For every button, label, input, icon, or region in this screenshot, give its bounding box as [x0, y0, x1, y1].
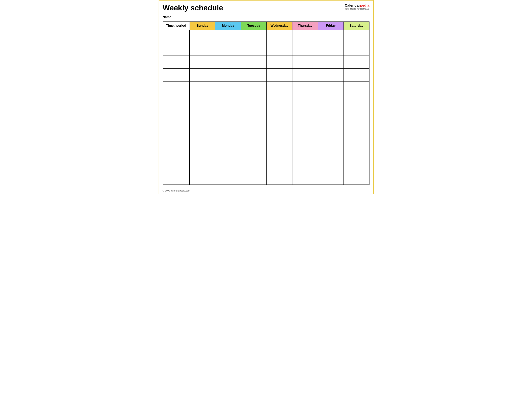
- brand-logo: Calendarpedia Your source for calendars: [345, 3, 369, 11]
- schedule-cell[interactable]: [190, 107, 215, 120]
- time-cell[interactable]: [163, 133, 190, 146]
- schedule-cell[interactable]: [344, 81, 369, 94]
- schedule-cell[interactable]: [318, 146, 344, 159]
- schedule-cell[interactable]: [267, 56, 292, 69]
- schedule-cell[interactable]: [344, 69, 369, 81]
- schedule-cell[interactable]: [292, 172, 318, 185]
- schedule-cell[interactable]: [267, 69, 292, 81]
- schedule-cell[interactable]: [344, 133, 369, 146]
- schedule-cell[interactable]: [292, 120, 318, 133]
- schedule-cell[interactable]: [190, 81, 215, 94]
- schedule-cell[interactable]: [241, 172, 267, 185]
- time-cell[interactable]: [163, 159, 190, 172]
- schedule-cell[interactable]: [241, 69, 267, 81]
- schedule-cell[interactable]: [215, 94, 241, 107]
- schedule-cell[interactable]: [215, 172, 241, 185]
- schedule-cell[interactable]: [292, 69, 318, 81]
- time-cell[interactable]: [163, 69, 190, 81]
- header-wednesday: Wednesday: [267, 22, 292, 30]
- schedule-cell[interactable]: [292, 146, 318, 159]
- schedule-cell[interactable]: [318, 69, 344, 81]
- schedule-cell[interactable]: [241, 81, 267, 94]
- schedule-cell[interactable]: [292, 43, 318, 56]
- time-cell[interactable]: [163, 30, 190, 43]
- schedule-cell[interactable]: [267, 30, 292, 43]
- schedule-cell[interactable]: [292, 159, 318, 172]
- schedule-cell[interactable]: [190, 94, 215, 107]
- time-cell[interactable]: [163, 94, 190, 107]
- schedule-cell[interactable]: [318, 133, 344, 146]
- schedule-cell[interactable]: [190, 69, 215, 81]
- footer: © www.calendarpedia.com: [159, 188, 373, 194]
- schedule-cell[interactable]: [318, 172, 344, 185]
- schedule-cell[interactable]: [318, 30, 344, 43]
- schedule-cell[interactable]: [215, 81, 241, 94]
- schedule-cell[interactable]: [292, 30, 318, 43]
- schedule-cell[interactable]: [267, 133, 292, 146]
- schedule-cell[interactable]: [241, 133, 267, 146]
- schedule-cell[interactable]: [241, 120, 267, 133]
- schedule-cell[interactable]: [241, 43, 267, 56]
- schedule-cell[interactable]: [267, 43, 292, 56]
- schedule-cell[interactable]: [267, 146, 292, 159]
- schedule-cell[interactable]: [267, 94, 292, 107]
- schedule-cell[interactable]: [190, 30, 215, 43]
- schedule-cell[interactable]: [292, 81, 318, 94]
- time-cell[interactable]: [163, 172, 190, 185]
- schedule-cell[interactable]: [241, 159, 267, 172]
- schedule-cell[interactable]: [190, 146, 215, 159]
- schedule-cell[interactable]: [215, 43, 241, 56]
- schedule-cell[interactable]: [318, 107, 344, 120]
- table-row: [163, 56, 369, 69]
- schedule-cell[interactable]: [241, 30, 267, 43]
- schedule-cell[interactable]: [267, 159, 292, 172]
- schedule-cell[interactable]: [344, 107, 369, 120]
- schedule-cell[interactable]: [318, 43, 344, 56]
- schedule-cell[interactable]: [344, 120, 369, 133]
- schedule-cell[interactable]: [344, 159, 369, 172]
- schedule-cell[interactable]: [215, 146, 241, 159]
- schedule-cell[interactable]: [190, 133, 215, 146]
- time-cell[interactable]: [163, 81, 190, 94]
- schedule-cell[interactable]: [318, 56, 344, 69]
- schedule-cell[interactable]: [318, 81, 344, 94]
- schedule-cell[interactable]: [344, 146, 369, 159]
- schedule-cell[interactable]: [215, 107, 241, 120]
- schedule-cell[interactable]: [241, 146, 267, 159]
- time-cell[interactable]: [163, 146, 190, 159]
- schedule-cell[interactable]: [241, 56, 267, 69]
- schedule-cell[interactable]: [241, 107, 267, 120]
- time-cell[interactable]: [163, 56, 190, 69]
- schedule-cell[interactable]: [318, 159, 344, 172]
- schedule-cell[interactable]: [190, 172, 215, 185]
- schedule-cell[interactable]: [292, 56, 318, 69]
- schedule-cell[interactable]: [190, 43, 215, 56]
- schedule-cell[interactable]: [267, 172, 292, 185]
- schedule-cell[interactable]: [344, 43, 369, 56]
- schedule-cell[interactable]: [292, 94, 318, 107]
- schedule-cell[interactable]: [292, 107, 318, 120]
- schedule-cell[interactable]: [267, 120, 292, 133]
- schedule-cell[interactable]: [344, 172, 369, 185]
- schedule-cell[interactable]: [344, 30, 369, 43]
- schedule-cell[interactable]: [215, 133, 241, 146]
- schedule-cell[interactable]: [190, 159, 215, 172]
- schedule-cell[interactable]: [318, 120, 344, 133]
- time-cell[interactable]: [163, 43, 190, 56]
- schedule-cell[interactable]: [292, 133, 318, 146]
- schedule-cell[interactable]: [267, 107, 292, 120]
- schedule-cell[interactable]: [190, 56, 215, 69]
- schedule-cell[interactable]: [215, 159, 241, 172]
- schedule-cell[interactable]: [215, 56, 241, 69]
- schedule-cell[interactable]: [215, 120, 241, 133]
- schedule-cell[interactable]: [344, 94, 369, 107]
- time-cell[interactable]: [163, 107, 190, 120]
- schedule-cell[interactable]: [215, 30, 241, 43]
- schedule-cell[interactable]: [344, 56, 369, 69]
- schedule-cell[interactable]: [215, 69, 241, 81]
- time-cell[interactable]: [163, 120, 190, 133]
- schedule-cell[interactable]: [241, 94, 267, 107]
- schedule-cell[interactable]: [318, 94, 344, 107]
- schedule-cell[interactable]: [267, 81, 292, 94]
- schedule-cell[interactable]: [190, 120, 215, 133]
